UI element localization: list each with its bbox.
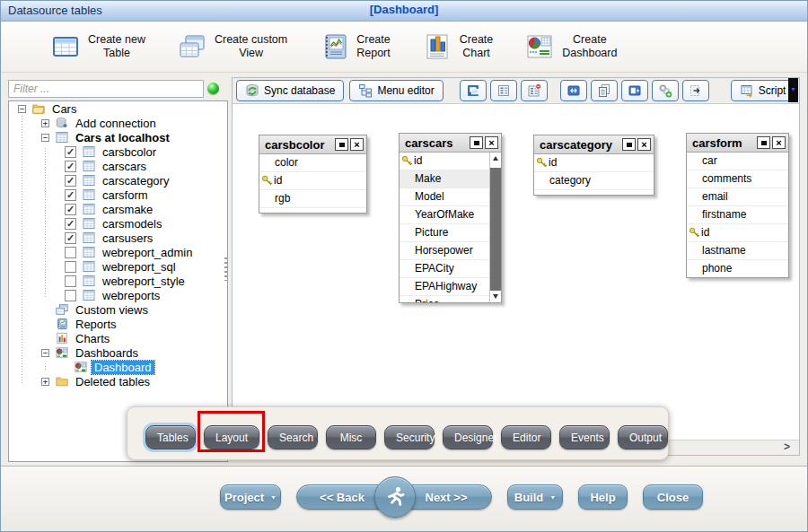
- menu-editor-button[interactable]: Menu editor: [349, 80, 443, 101]
- project-button[interactable]: Project ▼: [220, 484, 281, 510]
- field-row-model[interactable]: Model: [400, 188, 489, 206]
- tree-item-webreport-sql[interactable]: webreport_sql: [9, 259, 227, 274]
- tree-item-label[interactable]: Reports: [73, 318, 119, 331]
- tree-item-deleted-tables[interactable]: +Deleted tables: [9, 374, 227, 388]
- diagram-table-carsbcolor[interactable]: carsbcolor×coloridrgb: [259, 135, 367, 214]
- minimize-button[interactable]: [757, 136, 770, 149]
- tree-item-dashboard[interactable]: Dashboard: [9, 360, 227, 374]
- toolbar-item-create-chart[interactable]: CreateChart: [423, 32, 494, 61]
- diagram-table-carscars[interactable]: carscars×idMakeModelYearOfMakePictureHor…: [399, 133, 502, 303]
- table-checkbox[interactable]: ✓: [65, 204, 76, 215]
- field-row-email[interactable]: email: [687, 188, 788, 206]
- minimize-button[interactable]: [622, 138, 636, 151]
- swap-panel-2-button[interactable]: [621, 80, 648, 101]
- table-checkbox[interactable]: ✓: [65, 218, 76, 230]
- table-checkbox[interactable]: ✓: [65, 232, 76, 244]
- field-row-rgb[interactable]: rgb: [259, 190, 366, 208]
- field-row-id[interactable]: id: [400, 153, 489, 170]
- table-header[interactable]: carscategory×: [534, 135, 654, 154]
- collapse-toggle[interactable]: −: [18, 105, 26, 113]
- field-row-category[interactable]: category: [534, 172, 654, 190]
- run-button[interactable]: [374, 476, 416, 518]
- links-button[interactable]: [652, 80, 679, 101]
- tree-item-carsform[interactable]: ✓carsform: [9, 188, 227, 202]
- table-header[interactable]: carsbcolor×: [259, 135, 366, 154]
- field-row-lastname[interactable]: lastname: [687, 242, 788, 260]
- field-row-picture[interactable]: Picture: [400, 224, 489, 242]
- tab-search[interactable]: Search: [268, 425, 318, 449]
- tree-item-carsmodels[interactable]: ✓carsmodels: [9, 216, 227, 231]
- diagram-table-carscategory[interactable]: carscategory×idcategory: [533, 135, 654, 196]
- tree-item-charts[interactable]: Charts: [9, 331, 227, 345]
- tree-item-label[interactable]: Add connection: [73, 117, 159, 130]
- tree-item-label[interactable]: Custom views: [73, 303, 151, 317]
- tree-item-webreport-style[interactable]: webreport_style: [9, 274, 227, 288]
- tree-item-label[interactable]: carsmake: [100, 203, 155, 216]
- scroll-right-chevron[interactable]: >: [784, 440, 790, 453]
- tree-item-label[interactable]: Deleted tables: [73, 375, 153, 388]
- tree-item-carscategory[interactable]: ✓carscategory: [9, 173, 227, 188]
- table-header[interactable]: carscars×: [400, 134, 501, 153]
- tree-item-carsmake[interactable]: ✓carsmake: [9, 202, 227, 216]
- table-checkbox[interactable]: ✓: [65, 146, 76, 158]
- tree-item-label[interactable]: Charts: [73, 332, 112, 345]
- tree-item-label[interactable]: Cars at localhost: [73, 131, 172, 144]
- field-row-phone[interactable]: phone: [687, 260, 788, 277]
- tree-item-webreport-admin[interactable]: webreport_admin: [9, 245, 227, 259]
- toolbar-item-create-dashboard[interactable]: CreateDashboard: [525, 32, 617, 61]
- cascade-button[interactable]: [460, 80, 487, 101]
- field-row-id[interactable]: id: [687, 224, 788, 242]
- field-row-make[interactable]: Make: [400, 170, 489, 188]
- tree-item-label[interactable]: Cars: [49, 102, 79, 116]
- scroll-down-arrow[interactable]: [490, 291, 501, 302]
- tree-item-label[interactable]: webreport_style: [100, 275, 188, 288]
- field-row-color[interactable]: color: [259, 154, 366, 172]
- tab-editor[interactable]: Editor: [501, 425, 551, 449]
- tree-item-label[interactable]: carsbcolor: [100, 145, 159, 159]
- help-button[interactable]: Help: [578, 484, 628, 510]
- toolbar-overflow-button[interactable]: ▼: [788, 78, 798, 102]
- tab-misc[interactable]: Misc: [326, 425, 376, 449]
- tab-security[interactable]: Security: [384, 425, 435, 449]
- toolbar-item-create-new-table[interactable]: Create newTable: [51, 32, 145, 61]
- field-row-epacity[interactable]: EPACity: [400, 260, 489, 278]
- scroll-up-arrow[interactable]: [490, 153, 501, 164]
- toolbar-item-create-custom-view[interactable]: Create customView: [178, 32, 287, 61]
- tree-item-carsusers[interactable]: ✓carsusers: [9, 231, 227, 245]
- close-button[interactable]: Close: [643, 484, 703, 510]
- field-row-firstname[interactable]: firstname: [687, 206, 788, 224]
- close-icon[interactable]: ×: [637, 138, 651, 151]
- tree-item-label[interactable]: carsusers: [100, 231, 155, 245]
- diagram-table-carsform[interactable]: carsform×carcommentsemailfirstnameidlast…: [686, 133, 789, 278]
- table-checkbox[interactable]: ✓: [65, 175, 76, 187]
- tab-designer[interactable]: Designer: [443, 425, 493, 449]
- tree-item-carsbcolor[interactable]: ✓carsbcolor: [9, 144, 227, 159]
- tab-events[interactable]: Events: [559, 425, 610, 449]
- panel-splitter[interactable]: [224, 257, 227, 281]
- tree-item-label[interactable]: webreport_sql: [100, 260, 179, 274]
- minimize-button[interactable]: [335, 138, 348, 151]
- close-icon[interactable]: ×: [350, 138, 364, 151]
- collapse-toggle[interactable]: −: [41, 134, 49, 142]
- tree-item-carscars[interactable]: ✓carscars: [9, 159, 227, 173]
- script-button[interactable]: Script: [731, 80, 795, 101]
- tree-item-label[interactable]: Dashboard: [92, 361, 154, 374]
- filter-input[interactable]: [8, 80, 204, 98]
- field-row-price[interactable]: Price: [400, 296, 489, 302]
- toolbar-item-create-report[interactable]: CreateReport: [320, 32, 391, 61]
- field-row-yearofmake[interactable]: YearOfMake: [400, 206, 489, 224]
- tree-item-cars[interactable]: −Cars: [9, 101, 227, 116]
- copy-button[interactable]: [591, 80, 618, 101]
- list-error-button[interactable]: [521, 80, 548, 101]
- list-button[interactable]: [490, 80, 517, 101]
- swap-panel-button[interactable]: [560, 80, 587, 101]
- tree-item-label[interactable]: Dashboards: [73, 346, 141, 360]
- tree-item-label[interactable]: carsmodels: [100, 217, 164, 231]
- tree-item-label[interactable]: carscategory: [100, 174, 171, 188]
- expand-toggle[interactable]: +: [41, 119, 49, 127]
- tree-item-cars-at-localhost[interactable]: −Cars at localhost: [9, 130, 227, 144]
- tree-item-webreports[interactable]: webreports: [9, 288, 227, 302]
- scrollbar-thumb[interactable]: [490, 168, 501, 291]
- minimize-button[interactable]: [470, 136, 483, 149]
- tree-item-add-connection[interactable]: +Add connection: [9, 116, 227, 130]
